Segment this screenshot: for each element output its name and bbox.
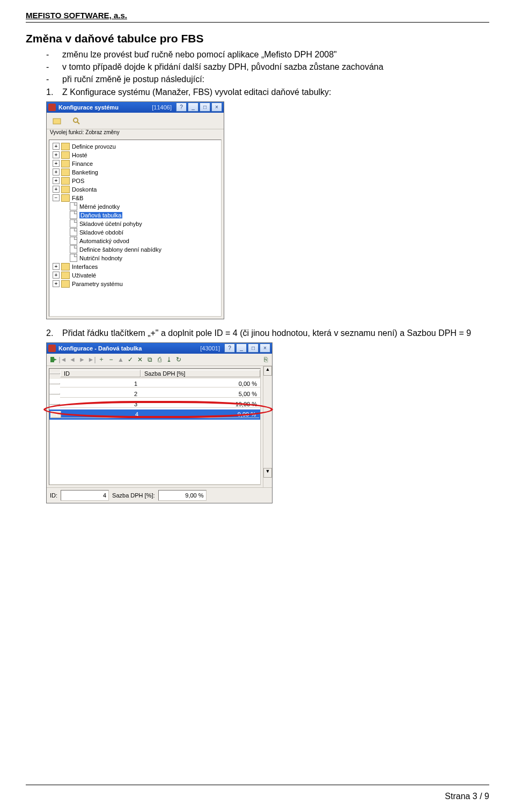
- row-marker-header: [49, 373, 60, 374]
- folder-play-icon: [53, 117, 62, 125]
- step-text: Z Konfigurace systému (Manažer, FBS) vyv…: [62, 87, 332, 97]
- edit-record-icon[interactable]: ▲: [116, 355, 125, 364]
- scroll-down-icon[interactable]: ▼: [263, 468, 272, 478]
- next-record-icon[interactable]: ►: [78, 355, 86, 364]
- grid-row-selected[interactable]: *I 4 9,00 %: [49, 409, 260, 420]
- copy-icon[interactable]: ⧉: [145, 355, 154, 364]
- tree-label: Hosté: [72, 152, 87, 158]
- scroll-up-icon[interactable]: ▲: [263, 366, 272, 376]
- add-record-icon[interactable]: ＋: [97, 355, 106, 364]
- preview-icon[interactable]: ⎘: [261, 355, 270, 364]
- folder-icon: [61, 177, 70, 185]
- prev-record-icon[interactable]: ◄: [68, 355, 77, 364]
- refresh-icon[interactable]: ↻: [174, 355, 183, 364]
- folder-icon: [61, 169, 70, 176]
- tree-node[interactable]: +POS: [50, 177, 220, 185]
- tree-node[interactable]: +Definice provozu: [50, 142, 220, 151]
- column-header-id[interactable]: ID: [60, 370, 141, 377]
- expand-icon[interactable]: +: [53, 169, 60, 175]
- tree-node[interactable]: +Finance: [50, 159, 220, 168]
- cell-rate[interactable]: 5,00 %: [141, 391, 260, 398]
- expand-icon[interactable]: +: [53, 143, 60, 150]
- tree-node[interactable]: +Doskonta: [50, 185, 220, 194]
- help-button[interactable]: ?: [176, 103, 187, 112]
- tree-node[interactable]: +Banketing: [50, 168, 220, 177]
- tree-node[interactable]: +Uživatelé: [50, 271, 220, 280]
- tree-leaf[interactable]: Nutriční hodnoty: [50, 254, 220, 262]
- tree-label: Daňová tabulka: [79, 212, 122, 218]
- help-button[interactable]: ?: [224, 343, 235, 353]
- minimize-button[interactable]: _: [236, 343, 247, 353]
- tree-label: Skladové účetní pohyby: [79, 221, 142, 227]
- cell-id[interactable]: 1: [60, 381, 141, 387]
- page-title: Změna v daňové tabulce pro FBS: [26, 32, 489, 45]
- tree-node[interactable]: +Hosté: [50, 151, 220, 159]
- maximize-button[interactable]: □: [200, 103, 210, 112]
- delete-record-icon[interactable]: −: [107, 355, 115, 364]
- grid-row[interactable]: 2 5,00 %: [49, 389, 260, 399]
- tree-node[interactable]: −F&B: [50, 194, 220, 202]
- first-record-icon[interactable]: |◄: [58, 355, 67, 364]
- tree-node[interactable]: +Parametry systému: [50, 280, 220, 288]
- expand-icon[interactable]: +: [53, 263, 60, 270]
- column-header-rate[interactable]: Sazba DPH [%]: [141, 370, 260, 377]
- cell-rate[interactable]: 9,00 %: [142, 411, 259, 418]
- tree-leaf[interactable]: Skladové období: [50, 228, 220, 237]
- vertical-scrollbar[interactable]: ▲ ▼: [263, 366, 272, 487]
- folder-icon: [61, 263, 70, 270]
- cell-rate[interactable]: 0,00 %: [141, 381, 260, 387]
- grid-row[interactable]: 1 0,00 %: [49, 379, 260, 389]
- document-icon: [70, 254, 77, 262]
- data-grid[interactable]: ID Sazba DPH [%] 1 0,00 % 2 5,00 %: [49, 368, 261, 485]
- tree-view[interactable]: +Definice provozu +Hosté +Finance +Banke…: [49, 140, 222, 317]
- print-icon[interactable]: ⎙: [155, 355, 164, 364]
- footer-rate-label: Sazba DPH [%]:: [112, 492, 154, 499]
- titlebar[interactable]: Konfigurace - Daňová tabulka [43001] ? _…: [47, 343, 272, 354]
- last-record-icon[interactable]: ►|: [87, 355, 96, 364]
- collapse-icon[interactable]: −: [53, 194, 60, 201]
- expand-icon[interactable]: +: [53, 272, 60, 279]
- document-icon: [70, 220, 77, 228]
- toolbar: [47, 113, 224, 129]
- step-text: Přidat řádku tlačítkem „+" a doplnit pol…: [62, 328, 471, 338]
- tree-leaf[interactable]: Definice šablony denní nabídky: [50, 245, 220, 254]
- exit-icon[interactable]: [49, 355, 57, 364]
- document-icon: [70, 237, 77, 245]
- cell-id[interactable]: 2: [60, 391, 141, 398]
- expand-icon[interactable]: +: [53, 151, 60, 158]
- minimize-button[interactable]: _: [188, 103, 198, 112]
- tree-leaf[interactable]: Skladové účetní pohyby: [50, 220, 220, 228]
- tree-label: Automatický odvod: [79, 238, 129, 244]
- toolbar-button-changes[interactable]: [68, 114, 85, 127]
- folder-icon: [61, 143, 70, 150]
- maximize-button[interactable]: □: [248, 343, 259, 353]
- toolbar-button-invoke[interactable]: [49, 114, 66, 127]
- row-marker-current: *I: [50, 411, 61, 418]
- document-icon: [70, 211, 77, 219]
- titlebar[interactable]: Konfigurace systému [11406] ? _ □ ×: [47, 102, 224, 113]
- footer-rate-input[interactable]: [158, 490, 207, 501]
- grid-header: ID Sazba DPH [%]: [49, 369, 260, 379]
- cancel-record-icon[interactable]: ✕: [136, 355, 144, 364]
- footer-rule: [26, 785, 489, 785]
- cell-rate[interactable]: 19,00 %: [141, 401, 260, 408]
- tree-label: Měrné jednotky: [79, 203, 120, 210]
- export-icon[interactable]: ⤓: [165, 355, 173, 364]
- expand-icon[interactable]: +: [53, 160, 60, 167]
- expand-icon[interactable]: +: [53, 177, 60, 184]
- expand-icon[interactable]: +: [53, 186, 60, 193]
- post-record-icon[interactable]: ✓: [126, 355, 135, 364]
- close-button[interactable]: ×: [260, 343, 270, 353]
- tree-leaf[interactable]: Měrné jednotky: [50, 202, 220, 211]
- tree-leaf-selected[interactable]: Daňová tabulka: [50, 211, 220, 220]
- grid-row[interactable]: 3 19,00 %: [49, 399, 260, 409]
- tree-node[interactable]: +Interfaces: [50, 262, 220, 271]
- cell-id[interactable]: 4: [61, 411, 142, 418]
- cell-id[interactable]: 3: [60, 401, 141, 408]
- footer-id-input[interactable]: [61, 490, 109, 501]
- app-icon: [48, 104, 56, 111]
- expand-icon[interactable]: +: [53, 280, 60, 287]
- tree-leaf[interactable]: Automatický odvod: [50, 237, 220, 245]
- step-item: 1.Z Konfigurace systému (Manažer, FBS) v…: [46, 86, 489, 98]
- close-button[interactable]: ×: [211, 103, 222, 112]
